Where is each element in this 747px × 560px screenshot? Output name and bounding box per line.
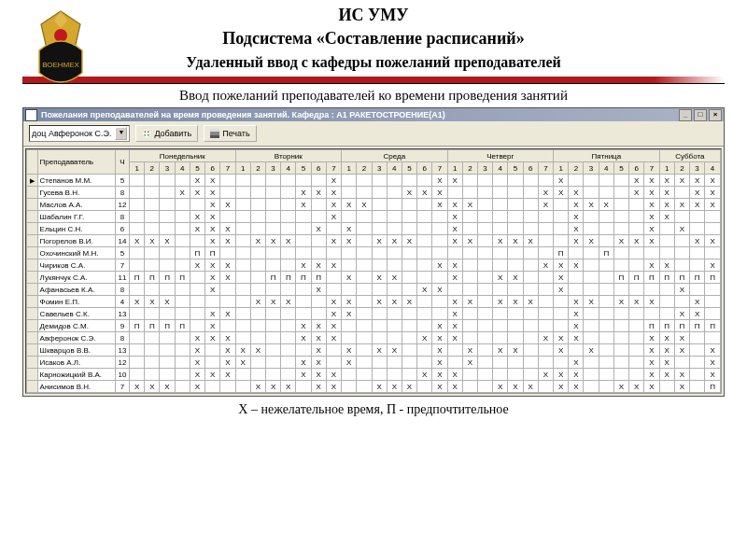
slot-cell[interactable]: X bbox=[447, 211, 462, 223]
slot-cell[interactable]: П bbox=[659, 320, 674, 332]
slot-cell[interactable] bbox=[493, 357, 508, 369]
slot-cell[interactable] bbox=[145, 259, 160, 272]
slot-cell[interactable] bbox=[342, 259, 357, 272]
slot-cell[interactable]: П bbox=[145, 272, 160, 284]
slot-cell[interactable] bbox=[493, 175, 508, 187]
slot-cell[interactable]: X bbox=[160, 235, 175, 247]
slot-cell[interactable]: X bbox=[659, 332, 674, 344]
slot-cell[interactable] bbox=[145, 247, 160, 259]
slot-cell[interactable]: X bbox=[372, 235, 387, 247]
slot-cell[interactable] bbox=[644, 284, 659, 296]
slot-cell[interactable] bbox=[250, 223, 265, 235]
slot-cell[interactable] bbox=[235, 381, 250, 393]
slot-cell[interactable] bbox=[599, 211, 613, 223]
slot-cell[interactable] bbox=[477, 211, 492, 223]
slot-cell[interactable] bbox=[613, 357, 628, 369]
slot-cell[interactable]: X bbox=[326, 187, 341, 199]
slot-cell[interactable]: X bbox=[523, 296, 538, 308]
slot-cell[interactable] bbox=[689, 284, 704, 296]
schedule-grid[interactable]: ПреподавательЧПонедельникВторникСредаЧет… bbox=[25, 148, 722, 394]
slot-cell[interactable]: X bbox=[220, 332, 235, 344]
slot-cell[interactable] bbox=[265, 259, 280, 272]
slot-cell[interactable] bbox=[417, 247, 432, 259]
slot-cell[interactable] bbox=[599, 235, 613, 247]
slot-cell[interactable]: X bbox=[538, 369, 553, 381]
slot-cell[interactable]: X bbox=[387, 381, 402, 393]
slot-cell[interactable]: П bbox=[689, 320, 704, 332]
slot-cell[interactable] bbox=[250, 272, 265, 284]
slot-cell[interactable] bbox=[175, 296, 190, 308]
slot-cell[interactable] bbox=[235, 199, 250, 211]
slot-cell[interactable]: X bbox=[644, 235, 659, 247]
slot-cell[interactable]: X bbox=[447, 381, 462, 393]
slot-cell[interactable]: X bbox=[569, 235, 584, 247]
slot-cell[interactable] bbox=[477, 357, 492, 369]
slot-cell[interactable]: П bbox=[674, 272, 689, 284]
slot-cell[interactable] bbox=[281, 175, 296, 187]
slot-cell[interactable] bbox=[265, 369, 280, 381]
slot-cell[interactable]: X bbox=[190, 344, 204, 357]
slot-cell[interactable]: X bbox=[674, 223, 689, 235]
slot-cell[interactable] bbox=[250, 187, 265, 199]
slot-cell[interactable]: X bbox=[326, 199, 341, 211]
slot-cell[interactable] bbox=[554, 357, 569, 369]
slot-cell[interactable]: П bbox=[296, 272, 311, 284]
slot-cell[interactable] bbox=[250, 247, 265, 259]
slot-cell[interactable] bbox=[462, 175, 477, 187]
slot-cell[interactable] bbox=[265, 308, 280, 320]
slot-cell[interactable] bbox=[175, 344, 190, 357]
slot-cell[interactable] bbox=[205, 381, 220, 393]
slot-cell[interactable]: X bbox=[387, 235, 402, 247]
slot-cell[interactable] bbox=[613, 284, 628, 296]
slot-cell[interactable] bbox=[311, 175, 326, 187]
slot-cell[interactable] bbox=[296, 211, 311, 223]
slot-cell[interactable] bbox=[613, 247, 628, 259]
slot-cell[interactable] bbox=[523, 369, 538, 381]
slot-cell[interactable] bbox=[235, 272, 250, 284]
slot-cell[interactable] bbox=[599, 223, 613, 235]
slot-cell[interactable] bbox=[613, 308, 628, 320]
slot-cell[interactable]: X bbox=[569, 369, 584, 381]
slot-cell[interactable] bbox=[265, 199, 280, 211]
slot-cell[interactable] bbox=[477, 259, 492, 272]
slot-cell[interactable]: X bbox=[326, 296, 341, 308]
slot-cell[interactable] bbox=[674, 187, 689, 199]
slot-cell[interactable] bbox=[160, 344, 175, 357]
slot-cell[interactable] bbox=[523, 320, 538, 332]
slot-cell[interactable]: X bbox=[387, 272, 402, 284]
table-row[interactable]: Погорелов В.И.14XXXXXXXXXXXXXXXXXXXXXXXX… bbox=[27, 235, 721, 247]
slot-cell[interactable] bbox=[175, 259, 190, 272]
slot-cell[interactable]: X bbox=[372, 272, 387, 284]
slot-cell[interactable]: X bbox=[659, 357, 674, 369]
slot-cell[interactable] bbox=[235, 211, 250, 223]
slot-cell[interactable]: X bbox=[569, 187, 584, 199]
table-row[interactable]: Лукянчук С.А.11ППППXXППППXXXXXXXППППППП bbox=[27, 272, 721, 284]
slot-cell[interactable] bbox=[372, 357, 387, 369]
slot-cell[interactable]: X bbox=[613, 296, 628, 308]
slot-cell[interactable] bbox=[160, 357, 175, 369]
slot-cell[interactable] bbox=[554, 308, 569, 320]
slot-cell[interactable] bbox=[629, 211, 644, 223]
slot-cell[interactable] bbox=[160, 175, 175, 187]
slot-cell[interactable]: X bbox=[689, 296, 704, 308]
slot-cell[interactable]: X bbox=[190, 187, 204, 199]
slot-cell[interactable]: X bbox=[689, 187, 704, 199]
slot-cell[interactable] bbox=[402, 211, 416, 223]
slot-cell[interactable] bbox=[523, 332, 538, 344]
slot-cell[interactable] bbox=[250, 259, 265, 272]
slot-cell[interactable] bbox=[462, 272, 477, 284]
slot-cell[interactable]: X bbox=[190, 357, 204, 369]
slot-cell[interactable]: X bbox=[659, 259, 674, 272]
slot-cell[interactable] bbox=[296, 381, 311, 393]
slot-cell[interactable] bbox=[629, 284, 644, 296]
slot-cell[interactable] bbox=[145, 357, 160, 369]
slot-cell[interactable] bbox=[584, 320, 599, 332]
slot-cell[interactable] bbox=[523, 199, 538, 211]
slot-cell[interactable] bbox=[190, 272, 204, 284]
slot-cell[interactable] bbox=[311, 211, 326, 223]
slot-cell[interactable] bbox=[705, 211, 721, 223]
slot-cell[interactable]: X bbox=[417, 369, 432, 381]
slot-cell[interactable] bbox=[235, 320, 250, 332]
slot-cell[interactable] bbox=[130, 187, 145, 199]
slot-cell[interactable] bbox=[372, 175, 387, 187]
